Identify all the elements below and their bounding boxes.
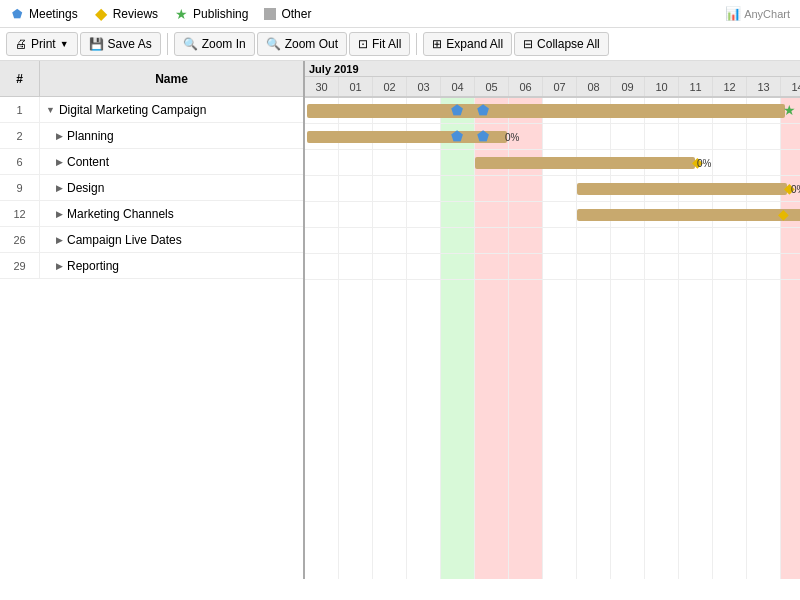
print-dropdown-icon: ▼: [60, 39, 69, 49]
day-row: 30010203040506070809101112131415: [305, 77, 800, 97]
task-name-label: Content: [67, 155, 109, 169]
day-cell: 10: [645, 77, 679, 96]
task-num: 6: [0, 149, 40, 174]
gantt-bar-main: [307, 104, 785, 118]
gantt-row-26: [305, 228, 800, 254]
expand-all-icon: ⊞: [432, 37, 442, 51]
fit-all-button[interactable]: ⊡ Fit All: [349, 32, 410, 56]
gantt-row-12: ◆ ★ ★: [305, 202, 800, 228]
pentagon-icon: ⬟: [477, 128, 489, 144]
day-cell: 02: [373, 77, 407, 96]
zoom-out-button[interactable]: 🔍 Zoom Out: [257, 32, 347, 56]
day-cell: 08: [577, 77, 611, 96]
fit-all-icon: ⊡: [358, 37, 368, 51]
expand-all-label: Expand All: [446, 37, 503, 51]
task-toggle-icon[interactable]: ▶: [56, 131, 63, 141]
print-label: Print: [31, 37, 56, 51]
legend-other-label: Other: [281, 7, 311, 21]
day-cell: 06: [509, 77, 543, 96]
task-name: ▼ Digital Marketing Campaign: [40, 103, 303, 117]
day-cell: 04: [441, 77, 475, 96]
task-name: ▶ Reporting: [40, 259, 303, 273]
zoom-in-label: Zoom In: [202, 37, 246, 51]
task-row[interactable]: 12 ▶ Marketing Channels: [0, 201, 303, 227]
task-name: ▶ Design: [40, 181, 303, 195]
save-as-button[interactable]: 💾 Save As: [80, 32, 161, 56]
collapse-all-label: Collapse All: [537, 37, 600, 51]
day-cell: 13: [747, 77, 781, 96]
print-button[interactable]: 🖨 Print ▼: [6, 32, 78, 56]
legend-publishing: ★ Publishing: [174, 7, 248, 21]
date-header: July 2019 300102030405060708091011121314…: [305, 61, 800, 98]
milestone-pentagon-plan1: ⬟: [449, 128, 465, 144]
month-text: July 2019: [309, 63, 359, 75]
collapse-all-button[interactable]: ⊟ Collapse All: [514, 32, 609, 56]
legend-bar: ⬟ Meetings ◆ Reviews ★ Publishing Other …: [0, 0, 800, 28]
task-name-label: Design: [67, 181, 104, 195]
milestone-pentagon-2: ⬟: [475, 102, 491, 118]
toolbar-separator-1: [167, 33, 168, 55]
task-row[interactable]: 1 ▼ Digital Marketing Campaign: [0, 97, 303, 123]
task-toggle-icon[interactable]: ▶: [56, 209, 63, 219]
milestone-diamond-mktg: ◆: [775, 206, 791, 222]
zoom-in-button[interactable]: 🔍 Zoom In: [174, 32, 255, 56]
meetings-icon: ⬟: [10, 7, 24, 21]
task-list: # Name 1 ▼ Digital Marketing Campaign 2 …: [0, 61, 305, 579]
toolbar: 🖨 Print ▼ 💾 Save As 🔍 Zoom In 🔍 Zoom Out…: [0, 28, 800, 61]
task-num: 29: [0, 253, 40, 278]
anychart-logo: 📊 AnyChart: [725, 6, 790, 21]
pentagon-icon: ⬟: [477, 102, 489, 118]
other-icon: [264, 8, 276, 20]
legend-meetings: ⬟ Meetings: [10, 7, 78, 21]
legend-reviews-label: Reviews: [113, 7, 158, 21]
col-header-num: #: [0, 61, 40, 96]
gantt-row-1: ⬟ ⬟ ★ ★: [305, 98, 800, 124]
gantt-row-29: [305, 254, 800, 280]
month-label: July 2019: [305, 61, 800, 77]
pct-label-planning: 0%: [505, 132, 519, 143]
gantt-bar-design: [577, 183, 787, 195]
zoom-in-icon: 🔍: [183, 37, 198, 51]
task-name-label: Campaign Live Dates: [67, 233, 182, 247]
collapse-all-icon: ⊟: [523, 37, 533, 51]
task-name-label: Marketing Channels: [67, 207, 174, 221]
col-header-name: Name: [40, 61, 303, 96]
legend-reviews: ◆ Reviews: [94, 7, 158, 21]
gantt-row-2: ⬟ ⬟ 0%: [305, 124, 800, 150]
task-row[interactable]: 9 ▶ Design: [0, 175, 303, 201]
task-num: 2: [0, 123, 40, 148]
day-cell: 14: [781, 77, 800, 96]
reviews-icon: ◆: [94, 7, 108, 21]
anychart-label: AnyChart: [744, 8, 790, 20]
task-toggle-icon[interactable]: ▼: [46, 105, 55, 115]
task-name: ▶ Marketing Channels: [40, 207, 303, 221]
task-num: 12: [0, 201, 40, 226]
day-cell: 09: [611, 77, 645, 96]
day-cell: 07: [543, 77, 577, 96]
task-num: 1: [0, 97, 40, 122]
task-toggle-icon[interactable]: ▶: [56, 261, 63, 271]
pentagon-icon: ⬟: [451, 102, 463, 118]
expand-all-button[interactable]: ⊞ Expand All: [423, 32, 512, 56]
day-cell: 11: [679, 77, 713, 96]
day-cell: 03: [407, 77, 441, 96]
task-toggle-icon[interactable]: ▶: [56, 183, 63, 193]
save-icon: 💾: [89, 37, 104, 51]
task-toggle-icon[interactable]: ▶: [56, 157, 63, 167]
task-row[interactable]: 2 ▶ Planning: [0, 123, 303, 149]
gantt-area: July 2019 300102030405060708091011121314…: [305, 61, 800, 579]
legend-meetings-label: Meetings: [29, 7, 78, 21]
task-row[interactable]: 26 ▶ Campaign Live Dates: [0, 227, 303, 253]
legend-publishing-label: Publishing: [193, 7, 248, 21]
task-row[interactable]: 6 ▶ Content: [0, 149, 303, 175]
gantt-bar-content: [475, 157, 695, 169]
milestone-star-1: ★: [781, 102, 797, 118]
gantt-bar-mktg: [577, 209, 800, 221]
zoom-out-label: Zoom Out: [285, 37, 338, 51]
gantt-row-9: ◆ 0%: [305, 176, 800, 202]
pct-label-content: 0%: [697, 158, 711, 169]
task-row[interactable]: 29 ▶ Reporting: [0, 253, 303, 279]
zoom-out-icon: 🔍: [266, 37, 281, 51]
task-toggle-icon[interactable]: ▶: [56, 235, 63, 245]
save-as-label: Save As: [108, 37, 152, 51]
